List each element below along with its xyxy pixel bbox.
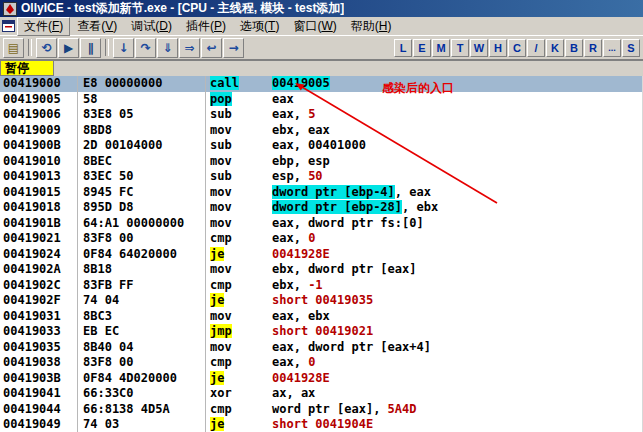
disasm-row[interactable]: 0041901B64:A1 00000000moveax, dword ptr … bbox=[0, 216, 643, 232]
disasm-row[interactable]: 0041902183F8 00cmpeax, 0 bbox=[0, 231, 643, 247]
menu-item-h[interactable]: 帮助(H) bbox=[344, 17, 399, 36]
address-cell[interactable]: 00419024 bbox=[0, 247, 78, 263]
hexdump-cell[interactable]: 8B18 bbox=[78, 262, 206, 278]
hexdump-cell[interactable]: 58 bbox=[78, 92, 206, 108]
menu-item-w[interactable]: 窗口(W) bbox=[286, 17, 343, 36]
disasm-row[interactable]: 0041900B2D 00104000subeax, 00401000 bbox=[0, 138, 643, 154]
hexdump-cell[interactable]: 66:8138 4D5A bbox=[78, 402, 206, 418]
address-cell[interactable]: 0041900B bbox=[0, 138, 78, 154]
address-cell[interactable]: 00419015 bbox=[0, 185, 78, 201]
address-cell[interactable]: 00419049 bbox=[0, 417, 78, 432]
pause-button[interactable]: ∥ bbox=[80, 38, 101, 58]
operand-cell[interactable]: word ptr [eax], 5A4D bbox=[272, 402, 643, 418]
disasm-row[interactable]: 004190318BC3moveax, ebx bbox=[0, 309, 643, 325]
hexdump-cell[interactable]: 83FB FF bbox=[78, 278, 206, 294]
operand-cell[interactable]: eax, 0 bbox=[272, 231, 643, 247]
pane-button-b[interactable]: B bbox=[565, 39, 583, 57]
disassembly-panel[interactable]: 00419000E8 00000000call00419005004190055… bbox=[0, 76, 643, 432]
open-file-button[interactable]: ▤ bbox=[3, 38, 24, 58]
pane-button-t[interactable]: T bbox=[451, 39, 469, 57]
disasm-row[interactable]: 0041900558popeax bbox=[0, 92, 643, 108]
address-cell[interactable]: 00419006 bbox=[0, 107, 78, 123]
address-cell[interactable]: 00419018 bbox=[0, 200, 78, 216]
address-cell[interactable]: 0041902C bbox=[0, 278, 78, 294]
disasm-row[interactable]: 0041904166:33C0xorax, ax bbox=[0, 386, 643, 402]
disasm-row[interactable]: 0041901383EC 50subesp, 50 bbox=[0, 169, 643, 185]
hexdump-cell[interactable]: 8BD8 bbox=[78, 123, 206, 139]
address-cell[interactable]: 00419000 bbox=[0, 76, 78, 92]
operand-cell[interactable]: short 00419035 bbox=[272, 293, 643, 309]
address-cell[interactable]: 00419009 bbox=[0, 123, 78, 139]
mnemonic-cell[interactable]: call bbox=[206, 76, 272, 92]
mnemonic-cell[interactable]: je bbox=[206, 293, 272, 309]
operand-cell[interactable]: eax, dword ptr [eax+4] bbox=[272, 340, 643, 356]
mnemonic-cell[interactable]: mov bbox=[206, 216, 272, 232]
disasm-row[interactable]: 004190358B40 04moveax, dword ptr [eax+4] bbox=[0, 340, 643, 356]
operand-cell[interactable]: short 0041904E bbox=[272, 417, 643, 432]
hexdump-cell[interactable]: 83E8 05 bbox=[78, 107, 206, 123]
hexdump-cell[interactable]: 83EC 50 bbox=[78, 169, 206, 185]
hexdump-cell[interactable]: 64:A1 00000000 bbox=[78, 216, 206, 232]
pane-button-w[interactable]: W bbox=[470, 39, 488, 57]
disasm-row[interactable]: 00419018895D D8movdword ptr [ebp-28], eb… bbox=[0, 200, 643, 216]
hexdump-cell[interactable]: 2D 00104000 bbox=[78, 138, 206, 154]
mnemonic-cell[interactable]: je bbox=[206, 417, 272, 432]
disasm-row[interactable]: 0041903883F8 00cmpeax, 0 bbox=[0, 355, 643, 371]
address-cell[interactable]: 00419038 bbox=[0, 355, 78, 371]
operand-cell[interactable]: dword ptr [ebp-4], eax bbox=[272, 185, 643, 201]
pane-button-e[interactable]: E bbox=[413, 39, 431, 57]
disasm-row[interactable]: 0041904466:8138 4D5Acmpword ptr [eax], 5… bbox=[0, 402, 643, 418]
menu-item-f[interactable]: 文件(F) bbox=[17, 17, 70, 36]
address-cell[interactable]: 00419031 bbox=[0, 309, 78, 325]
operand-cell[interactable]: eax, 5 bbox=[272, 107, 643, 123]
address-cell[interactable]: 0041901B bbox=[0, 216, 78, 232]
pane-button-slash[interactable]: / bbox=[527, 39, 545, 57]
hexdump-cell[interactable]: 0F84 4D020000 bbox=[78, 371, 206, 387]
mnemonic-cell[interactable]: mov bbox=[206, 200, 272, 216]
hexdump-cell[interactable]: 8BEC bbox=[78, 154, 206, 170]
hexdump-cell[interactable]: 74 03 bbox=[78, 417, 206, 432]
pane-button-r[interactable]: R bbox=[584, 39, 602, 57]
pane-button-m[interactable]: M bbox=[432, 39, 450, 57]
hexdump-cell[interactable]: 83F8 00 bbox=[78, 355, 206, 371]
address-cell[interactable]: 0041902F bbox=[0, 293, 78, 309]
mnemonic-cell[interactable]: cmp bbox=[206, 231, 272, 247]
address-cell[interactable]: 00419021 bbox=[0, 231, 78, 247]
operand-cell[interactable]: eax, 00401000 bbox=[272, 138, 643, 154]
step-into-button[interactable]: ↓ bbox=[113, 38, 134, 58]
address-cell[interactable]: 00419041 bbox=[0, 386, 78, 402]
disasm-row[interactable]: 0041900683E8 05subeax, 5 bbox=[0, 107, 643, 123]
hexdump-cell[interactable]: 8BC3 bbox=[78, 309, 206, 325]
operand-cell[interactable]: 00419005 bbox=[272, 76, 643, 92]
hexdump-cell[interactable]: 8945 FC bbox=[78, 185, 206, 201]
mnemonic-cell[interactable]: xor bbox=[206, 386, 272, 402]
address-cell[interactable]: 00419010 bbox=[0, 154, 78, 170]
operand-cell[interactable]: ebx, eax bbox=[272, 123, 643, 139]
mnemonic-cell[interactable]: mov bbox=[206, 154, 272, 170]
mnemonic-cell[interactable]: pop bbox=[206, 92, 272, 108]
restart-button[interactable]: ⟲ bbox=[36, 38, 57, 58]
title-bar[interactable]: OllyICE - test添加新节.exe - [CPU - 主线程, 模块 … bbox=[0, 0, 643, 17]
address-cell[interactable]: 00419044 bbox=[0, 402, 78, 418]
disasm-row[interactable]: 0041902A8B18movebx, dword ptr [eax] bbox=[0, 262, 643, 278]
operand-cell[interactable]: 0041928E bbox=[272, 247, 643, 263]
hexdump-cell[interactable]: 0F84 64020000 bbox=[78, 247, 206, 263]
mnemonic-cell[interactable]: cmp bbox=[206, 355, 272, 371]
operand-cell[interactable]: short 00419021 bbox=[272, 324, 643, 340]
disasm-row[interactable]: 004190098BD8movebx, eax bbox=[0, 123, 643, 139]
mnemonic-cell[interactable]: mov bbox=[206, 123, 272, 139]
operand-cell[interactable]: ebx, dword ptr [eax] bbox=[272, 262, 643, 278]
disasm-row[interactable]: 0041904974 03jeshort 0041904E bbox=[0, 417, 643, 432]
till-return-button[interactable]: ↩ bbox=[201, 38, 222, 58]
disasm-row[interactable]: 00419033EB ECjmpshort 00419021 bbox=[0, 324, 643, 340]
address-cell[interactable]: 00419035 bbox=[0, 340, 78, 356]
run-button[interactable]: ▶ bbox=[58, 38, 79, 58]
disasm-row[interactable]: 004190108BECmovebp, esp bbox=[0, 154, 643, 170]
goto-button[interactable]: → bbox=[223, 38, 244, 58]
operand-cell[interactable]: eax bbox=[272, 92, 643, 108]
mnemonic-cell[interactable]: sub bbox=[206, 107, 272, 123]
step-over-button[interactable]: ↷ bbox=[135, 38, 156, 58]
trace-over-button[interactable]: ⇒ bbox=[179, 38, 200, 58]
address-cell[interactable]: 00419013 bbox=[0, 169, 78, 185]
pane-button-k[interactable]: K bbox=[546, 39, 564, 57]
